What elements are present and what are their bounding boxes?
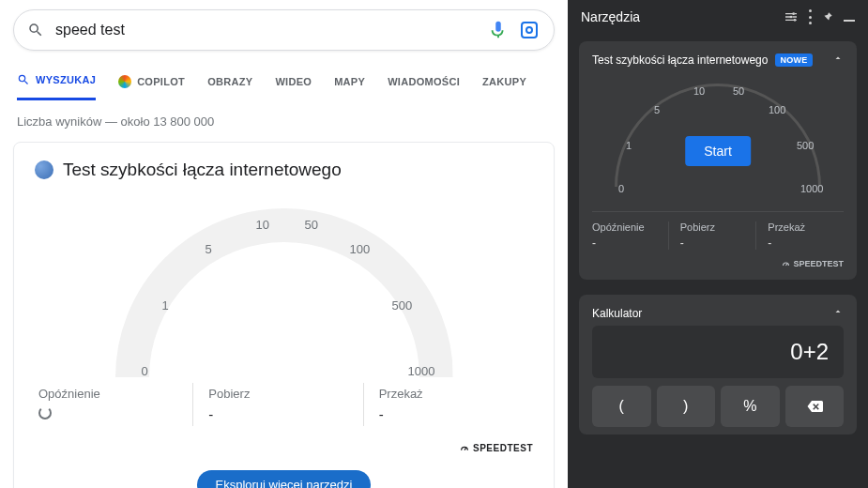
voice-search-icon[interactable] [488,20,509,40]
metric-value: - [379,406,533,422]
metric-value: - [768,236,844,250]
tab-label: OBRAZY [207,76,252,87]
tab-news[interactable]: WIADOMOŚCI [388,66,460,100]
gauge-tick-5: 5 [206,242,212,256]
mini-metric-latency: Opóźnienie - [592,221,668,250]
metric-label: Przekaż [379,387,533,401]
metric-value: - [208,406,362,422]
calc-key-rparen[interactable]: ) [657,386,716,427]
gauge-tick: 10 [693,85,705,97]
svg-rect-0 [522,23,537,38]
collapse-icon[interactable] [832,306,844,320]
tab-label: WYSZUKAJ [36,74,96,85]
gauge-tick: 1000 [800,183,823,194]
svg-point-4 [790,16,793,19]
gauge-tick: 0 [618,183,624,194]
sidebar-speedtest-widget: Test szybkości łącza internetowego NOWE … [579,41,857,280]
speedtest-brand: SPEEDTEST [35,443,533,453]
svg-line-2 [464,448,466,450]
tab-label: COPILOT [137,76,185,87]
results-count: Liczba wyników — około 13 800 000 [17,114,551,129]
metric-label: Pobierz [208,387,362,401]
gauge-tick-500: 500 [392,298,413,313]
explore-tools-button[interactable]: Eksploruj więcej narzędzi [197,470,372,488]
tab-shopping[interactable]: ZAKUPY [482,66,526,100]
settings-sliders-icon[interactable] [784,9,799,24]
metric-upload: Przekaż - [363,383,533,426]
more-menu-icon[interactable] [808,9,812,24]
tab-label: MAPY [334,76,365,87]
svg-point-5 [794,19,797,22]
search-icon [27,22,44,38]
globe-icon [35,160,53,179]
metric-label: Pobierz [680,221,756,233]
tab-maps[interactable]: MAPY [334,66,365,100]
search-icon [17,73,30,86]
gauge-tick: 50 [733,85,744,97]
backspace-icon [804,398,825,415]
tab-images[interactable]: OBRAZY [207,66,252,100]
mini-metric-download: Pobierz - [668,221,756,250]
speedtest-card: Test szybkości łącza internetowego 0 1 5… [13,142,555,488]
image-search-icon[interactable] [518,19,541,41]
new-badge: NOWE [775,53,812,67]
calculator-display: 0+2 [592,326,844,378]
svg-point-3 [792,12,795,15]
copilot-icon [118,75,131,88]
tab-label: ZAKUPY [482,76,526,87]
search-input[interactable] [55,22,488,38]
speedtest-brand: SPEEDTEST [592,259,844,268]
gauge-tick-10: 10 [256,218,269,232]
calc-key-percent[interactable]: % [721,386,780,427]
metric-value: - [592,236,668,250]
svg-point-1 [526,27,532,33]
mini-metric-upload: Przekaż - [755,221,844,250]
gauge-tick-1000: 1000 [408,364,435,378]
metric-label: Opóźnienie [592,221,668,233]
loading-spinner-icon [38,406,52,419]
mini-speed-gauge: 0 1 5 10 50 100 500 1000 Start [596,72,840,204]
gauge-tick-0: 0 [142,364,148,378]
tab-search[interactable]: WYSZUKAJ [17,66,96,100]
tab-label: WIDEO [275,76,312,87]
sidebar-header: Narzędzia [568,0,868,34]
gauge-tick: 100 [769,104,785,115]
tab-copilot[interactable]: COPILOT [118,66,185,100]
gauge-icon [460,444,469,453]
sidebar-title: Narzędzia [581,9,774,24]
metric-download: Pobierz - [192,383,362,426]
tab-label: WIADOMOŚCI [388,76,460,87]
gauge-tick: 1 [626,140,632,151]
metric-label: Opóźnienie [38,387,192,401]
tools-sidebar: Narzędzia Test szybkości łącza interneto… [568,0,868,488]
gauge-tick: 5 [654,104,660,115]
card-title: Test szybkości łącza internetowego [63,160,342,180]
tab-video[interactable]: WIDEO [275,66,312,100]
speed-gauge: 0 1 5 10 50 100 500 1000 [87,190,481,377]
sidebar-calculator-widget: Kalkulator 0+2 ( ) % [579,295,857,435]
gauge-icon [782,260,790,268]
metric-label: Przekaż [768,221,844,233]
start-button[interactable]: Start [685,136,751,166]
widget-title: Kalkulator [592,307,642,320]
search-tabs: WYSZUKAJ COPILOT OBRAZY WIDEO MAPY WIADO… [13,66,555,101]
minimize-icon[interactable] [844,20,855,22]
pin-icon[interactable] [821,10,834,23]
collapse-icon[interactable] [832,53,844,67]
metrics-row: Opóźnienie Pobierz - Przekaż - [35,383,533,426]
search-bar[interactable] [13,9,555,51]
gauge-tick-1: 1 [162,298,169,313]
calc-key-backspace[interactable] [785,386,845,427]
svg-line-6 [786,263,788,265]
widget-title: Test szybkości łącza internetowego [592,53,768,67]
gauge-tick-50: 50 [305,218,318,232]
metric-latency: Opóźnienie [35,383,192,426]
gauge-tick: 500 [797,140,814,151]
metric-value: - [680,236,756,250]
gauge-tick-100: 100 [350,242,371,256]
metric-value [38,406,192,422]
calc-key-lparen[interactable]: ( [592,386,651,427]
